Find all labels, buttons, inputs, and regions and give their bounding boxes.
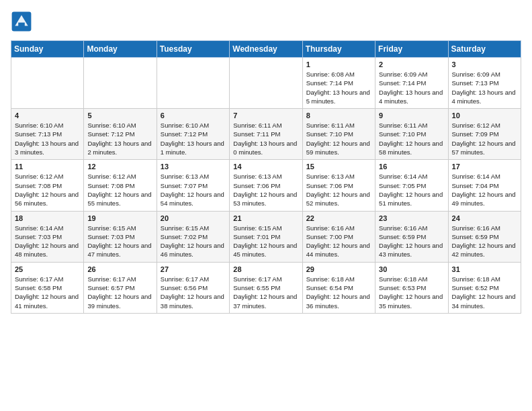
calendar-cell: 26 Sunrise: 6:17 AM Sunset: 6:57 PM Dayl…	[84, 262, 157, 313]
calendar-cell: 27 Sunrise: 6:17 AM Sunset: 6:56 PM Dayl…	[157, 262, 229, 313]
day-info: Sunrise: 6:18 AM Sunset: 6:54 PM Dayligh…	[306, 275, 371, 310]
day-number: 27	[161, 265, 226, 273]
day-number: 25	[15, 265, 80, 273]
calendar-cell: 24 Sunrise: 6:16 AM Sunset: 6:59 PM Dayl…	[448, 211, 521, 262]
calendar-cell: 5 Sunrise: 6:10 AM Sunset: 7:12 PM Dayli…	[84, 109, 157, 160]
calendar-cell: 11 Sunrise: 6:12 AM Sunset: 7:08 PM Dayl…	[11, 160, 84, 211]
calendar-cell: 29 Sunrise: 6:18 AM Sunset: 6:54 PM Dayl…	[302, 262, 375, 313]
calendar-week-5: 25 Sunrise: 6:17 AM Sunset: 6:58 PM Dayl…	[11, 262, 521, 313]
day-info: Sunrise: 6:17 AM Sunset: 6:57 PM Dayligh…	[87, 275, 152, 310]
calendar-cell: 12 Sunrise: 6:12 AM Sunset: 7:08 PM Dayl…	[84, 160, 157, 211]
day-info: Sunrise: 6:09 AM Sunset: 7:14 PM Dayligh…	[379, 70, 444, 105]
day-info: Sunrise: 6:15 AM Sunset: 7:01 PM Dayligh…	[233, 224, 298, 259]
day-info: Sunrise: 6:10 AM Sunset: 7:12 PM Dayligh…	[161, 121, 226, 156]
day-info: Sunrise: 6:13 AM Sunset: 7:06 PM Dayligh…	[233, 172, 298, 208]
day-info: Sunrise: 6:09 AM Sunset: 7:13 PM Dayligh…	[452, 70, 517, 105]
calendar-cell: 21 Sunrise: 6:15 AM Sunset: 7:01 PM Dayl…	[230, 211, 302, 262]
calendar-cell	[11, 58, 84, 109]
calendar-cell: 2 Sunrise: 6:09 AM Sunset: 7:14 PM Dayli…	[375, 58, 448, 109]
day-number: 1	[306, 60, 371, 68]
calendar-cell: 22 Sunrise: 6:16 AM Sunset: 7:00 PM Dayl…	[302, 211, 375, 262]
day-info: Sunrise: 6:14 AM Sunset: 7:05 PM Dayligh…	[379, 172, 444, 208]
calendar-cell: 31 Sunrise: 6:18 AM Sunset: 6:52 PM Dayl…	[448, 262, 521, 313]
day-info: Sunrise: 6:18 AM Sunset: 6:53 PM Dayligh…	[379, 275, 444, 310]
calendar-cell: 10 Sunrise: 6:12 AM Sunset: 7:09 PM Dayl…	[448, 109, 521, 160]
day-number: 17	[452, 163, 517, 171]
calendar-cell: 9 Sunrise: 6:11 AM Sunset: 7:10 PM Dayli…	[375, 109, 448, 160]
day-number: 6	[161, 111, 226, 120]
calendar-cell: 19 Sunrise: 6:15 AM Sunset: 7:03 PM Dayl…	[84, 211, 157, 262]
day-number: 10	[452, 111, 517, 120]
day-info: Sunrise: 6:11 AM Sunset: 7:11 PM Dayligh…	[233, 121, 298, 156]
calendar-header-row: SundayMondayTuesdayWednesdayThursdayFrid…	[11, 41, 521, 58]
day-info: Sunrise: 6:15 AM Sunset: 7:03 PM Dayligh…	[87, 224, 152, 259]
calendar-cell	[230, 58, 302, 109]
day-number: 22	[306, 214, 371, 222]
logo	[11, 11, 35, 32]
day-number: 30	[379, 265, 444, 273]
day-info: Sunrise: 6:14 AM Sunset: 7:03 PM Dayligh…	[15, 224, 80, 259]
logo-icon	[11, 11, 32, 32]
day-number: 28	[233, 265, 298, 273]
day-info: Sunrise: 6:12 AM Sunset: 7:08 PM Dayligh…	[15, 172, 80, 208]
calendar-week-4: 18 Sunrise: 6:14 AM Sunset: 7:03 PM Dayl…	[11, 211, 521, 262]
day-number: 20	[161, 214, 226, 222]
day-number: 13	[161, 163, 226, 171]
day-number: 18	[15, 214, 80, 222]
calendar-cell	[84, 58, 157, 109]
day-number: 2	[379, 60, 444, 68]
day-info: Sunrise: 6:16 AM Sunset: 7:00 PM Dayligh…	[306, 224, 371, 259]
day-info: Sunrise: 6:15 AM Sunset: 7:02 PM Dayligh…	[161, 224, 226, 259]
day-number: 21	[233, 214, 298, 222]
calendar-cell: 15 Sunrise: 6:13 AM Sunset: 7:06 PM Dayl…	[302, 160, 375, 211]
calendar-week-1: 1 Sunrise: 6:08 AM Sunset: 7:14 PM Dayli…	[11, 58, 521, 109]
day-number: 12	[87, 163, 152, 171]
calendar-cell: 23 Sunrise: 6:16 AM Sunset: 6:59 PM Dayl…	[375, 211, 448, 262]
calendar-cell: 1 Sunrise: 6:08 AM Sunset: 7:14 PM Dayli…	[302, 58, 375, 109]
day-number: 29	[306, 265, 371, 273]
day-info: Sunrise: 6:17 AM Sunset: 6:55 PM Dayligh…	[233, 275, 298, 310]
calendar-cell: 28 Sunrise: 6:17 AM Sunset: 6:55 PM Dayl…	[230, 262, 302, 313]
day-info: Sunrise: 6:11 AM Sunset: 7:10 PM Dayligh…	[306, 121, 371, 156]
day-number: 3	[452, 60, 517, 68]
day-number: 4	[15, 111, 80, 120]
day-number: 24	[452, 214, 517, 222]
day-info: Sunrise: 6:10 AM Sunset: 7:12 PM Dayligh…	[87, 121, 152, 156]
header-cell-thursday: Thursday	[302, 41, 375, 58]
calendar-cell: 20 Sunrise: 6:15 AM Sunset: 7:02 PM Dayl…	[157, 211, 229, 262]
day-number: 8	[306, 111, 371, 120]
day-info: Sunrise: 6:13 AM Sunset: 7:06 PM Dayligh…	[306, 172, 371, 208]
calendar-cell: 6 Sunrise: 6:10 AM Sunset: 7:12 PM Dayli…	[157, 109, 229, 160]
day-number: 16	[379, 163, 444, 171]
day-info: Sunrise: 6:18 AM Sunset: 6:52 PM Dayligh…	[452, 275, 517, 310]
day-info: Sunrise: 6:13 AM Sunset: 7:07 PM Dayligh…	[161, 172, 226, 208]
header-cell-saturday: Saturday	[448, 41, 521, 58]
day-info: Sunrise: 6:17 AM Sunset: 6:58 PM Dayligh…	[15, 275, 80, 310]
day-info: Sunrise: 6:17 AM Sunset: 6:56 PM Dayligh…	[161, 275, 226, 310]
day-number: 19	[87, 214, 152, 222]
day-number: 7	[233, 111, 298, 120]
calendar-body: 1 Sunrise: 6:08 AM Sunset: 7:14 PM Dayli…	[11, 58, 521, 314]
calendar-cell: 3 Sunrise: 6:09 AM Sunset: 7:13 PM Dayli…	[448, 58, 521, 109]
calendar-table: SundayMondayTuesdayWednesdayThursdayFrid…	[11, 40, 521, 314]
day-info: Sunrise: 6:16 AM Sunset: 6:59 PM Dayligh…	[452, 224, 517, 259]
day-number: 26	[87, 265, 152, 273]
day-info: Sunrise: 6:14 AM Sunset: 7:04 PM Dayligh…	[452, 172, 517, 208]
calendar-cell: 7 Sunrise: 6:11 AM Sunset: 7:11 PM Dayli…	[230, 109, 302, 160]
day-info: Sunrise: 6:08 AM Sunset: 7:14 PM Dayligh…	[306, 70, 371, 105]
day-info: Sunrise: 6:11 AM Sunset: 7:10 PM Dayligh…	[379, 121, 444, 156]
day-info: Sunrise: 6:16 AM Sunset: 6:59 PM Dayligh…	[379, 224, 444, 259]
day-info: Sunrise: 6:12 AM Sunset: 7:08 PM Dayligh…	[87, 172, 152, 208]
page-header	[11, 11, 521, 32]
header-cell-sunday: Sunday	[11, 41, 84, 58]
svg-rect-2	[18, 23, 25, 27]
header-cell-tuesday: Tuesday	[157, 41, 229, 58]
calendar-cell: 13 Sunrise: 6:13 AM Sunset: 7:07 PM Dayl…	[157, 160, 229, 211]
calendar-cell: 18 Sunrise: 6:14 AM Sunset: 7:03 PM Dayl…	[11, 211, 84, 262]
calendar-cell: 14 Sunrise: 6:13 AM Sunset: 7:06 PM Dayl…	[230, 160, 302, 211]
day-number: 5	[87, 111, 152, 120]
day-info: Sunrise: 6:10 AM Sunset: 7:13 PM Dayligh…	[15, 121, 80, 156]
calendar-cell: 16 Sunrise: 6:14 AM Sunset: 7:05 PM Dayl…	[375, 160, 448, 211]
day-number: 31	[452, 265, 517, 273]
header-cell-friday: Friday	[375, 41, 448, 58]
